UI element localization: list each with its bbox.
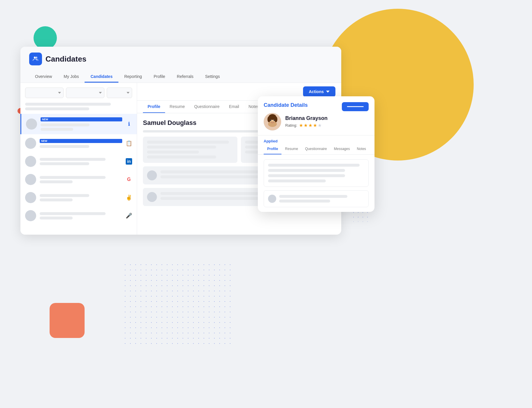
actions-label: Actions xyxy=(309,89,324,94)
candidate-item[interactable]: ✌ xyxy=(20,189,137,207)
star-2: ★ xyxy=(304,123,308,128)
candidate-item[interactable]: 🎤 xyxy=(20,207,137,225)
details-tab-messages[interactable]: Messages xyxy=(330,144,354,154)
nav-tab-reporting[interactable]: Reporting xyxy=(118,71,148,83)
candidate-avatar-large xyxy=(264,113,281,130)
candidate-icon-info: ℹ xyxy=(126,121,132,127)
badge-new: NEW xyxy=(41,117,122,121)
details-button-row: ━━━━━━━ xyxy=(342,102,369,111)
nav-tab-overview[interactable]: Overview xyxy=(29,71,58,83)
window-header: Candidates Overview My Jobs Candidates R… xyxy=(20,47,341,83)
star-1: ★ xyxy=(299,123,303,128)
details-content xyxy=(258,155,374,212)
svg-point-7 xyxy=(267,116,270,122)
skeleton xyxy=(40,162,89,165)
skeleton xyxy=(147,156,216,158)
skeleton xyxy=(40,176,106,179)
filter-row xyxy=(20,88,137,103)
app-title-row: Candidates xyxy=(29,53,332,65)
applied-section: Applied xyxy=(258,135,374,144)
filter-select-3[interactable] xyxy=(107,88,132,98)
avatar xyxy=(25,210,36,221)
candidate-info xyxy=(40,212,122,219)
skeleton xyxy=(40,180,73,183)
skeleton xyxy=(40,194,89,197)
candidate-item[interactable]: NEW ℹ xyxy=(20,114,137,134)
candidate-summary-row: Brianna Grayson Rating: ★ ★ ★ ★ ★ xyxy=(264,113,369,130)
tab-resume[interactable]: Resume xyxy=(165,101,190,113)
skeleton xyxy=(40,212,106,215)
nav-tab-settings[interactable]: Settings xyxy=(199,71,226,83)
details-tab-resume[interactable]: Resume xyxy=(281,144,302,154)
candidate-item[interactable]: G xyxy=(20,170,137,189)
skeleton xyxy=(160,175,263,178)
main-nav: Overview My Jobs Candidates Reporting Pr… xyxy=(29,71,332,83)
skeleton xyxy=(268,169,345,172)
candidate-info xyxy=(40,194,122,201)
avatar xyxy=(25,192,36,203)
skeleton xyxy=(147,141,229,144)
avatar xyxy=(147,170,157,180)
skeleton xyxy=(40,198,73,201)
candidate-details-panel: Candidate Details xyxy=(258,96,374,212)
nav-tab-profile[interactable]: Profile xyxy=(148,71,171,83)
search-skeletons xyxy=(20,103,137,114)
candidate-info xyxy=(40,158,122,165)
filter-select-2[interactable] xyxy=(66,88,104,98)
details-candidate-name: Brianna Grayson xyxy=(285,115,328,121)
details-info-block xyxy=(264,159,369,187)
skeleton-inner xyxy=(279,195,364,203)
star-rating: ★ ★ ★ ★ ★ xyxy=(299,123,322,128)
skeleton xyxy=(41,123,90,126)
app-icon xyxy=(29,53,42,65)
candidate-info xyxy=(40,176,122,183)
nav-tab-referrals[interactable]: Referrals xyxy=(171,71,199,83)
badge-new: NEW xyxy=(40,139,122,143)
skeleton xyxy=(279,200,330,203)
star-5-empty: ★ xyxy=(318,123,322,128)
candidate-item[interactable]: in xyxy=(20,152,137,170)
candidate-icon-linkedin: in xyxy=(126,158,132,165)
nav-tab-candidates[interactable]: Candidates xyxy=(85,71,118,83)
svg-point-9 xyxy=(270,120,271,121)
candidate-info: NEW xyxy=(40,139,122,148)
skeleton xyxy=(25,103,111,106)
candidate-list-sidebar: NEW ℹ NEW 📋 xyxy=(20,83,137,235)
svg-point-10 xyxy=(274,120,275,121)
skeleton xyxy=(147,151,199,154)
tab-questionnaire[interactable]: Questionnaire xyxy=(190,101,224,113)
skeleton xyxy=(40,217,73,219)
chevron-down-icon xyxy=(326,90,330,93)
candidate-item[interactable]: NEW 📋 xyxy=(20,134,137,152)
details-tab-questionnaire[interactable]: Questionnaire xyxy=(302,144,330,154)
avatar xyxy=(25,174,36,185)
candidate-icon-clipboard: 📋 xyxy=(126,140,132,147)
app-title: Candidates xyxy=(46,55,86,64)
content-block xyxy=(143,137,237,163)
details-header: Candidate Details xyxy=(258,96,374,135)
avatar xyxy=(25,156,36,167)
details-tab-notes[interactable]: Notes xyxy=(353,144,369,154)
tab-email[interactable]: Email xyxy=(224,101,244,113)
candidate-name-rating: Brianna Grayson Rating: ★ ★ ★ ★ ★ xyxy=(285,115,328,128)
details-tab-profile[interactable]: Profile xyxy=(264,144,281,154)
svg-point-0 xyxy=(34,57,36,58)
actions-button[interactable]: Actions xyxy=(303,86,335,97)
rating-label: Rating: xyxy=(285,123,297,128)
details-action-button[interactable]: ━━━━━━━ xyxy=(342,102,369,111)
skeleton xyxy=(268,164,360,167)
rating-row: Rating: ★ ★ ★ ★ ★ xyxy=(285,123,328,128)
avatar xyxy=(25,138,36,149)
nav-tab-myjobs[interactable]: My Jobs xyxy=(58,71,85,83)
filter-select-1[interactable] xyxy=(25,88,64,98)
star-4: ★ xyxy=(313,123,317,128)
tab-profile[interactable]: Profile xyxy=(143,101,165,113)
skeleton xyxy=(40,145,89,148)
svg-point-1 xyxy=(36,57,37,58)
skeleton xyxy=(25,107,89,110)
skeleton xyxy=(41,128,73,131)
avatar xyxy=(26,118,37,130)
svg-point-8 xyxy=(274,116,277,122)
star-3: ★ xyxy=(308,123,312,128)
candidate-info: NEW xyxy=(41,117,122,131)
